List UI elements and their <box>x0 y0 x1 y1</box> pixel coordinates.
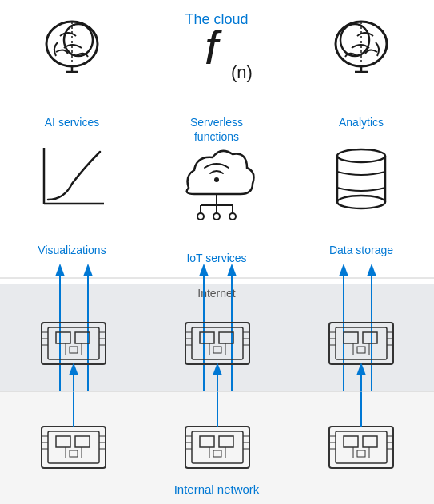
internal-network-label: Internal network <box>174 482 260 496</box>
iot-services-label: IoT services <box>186 252 246 264</box>
data-storage-label: Data storage <box>329 244 393 256</box>
svg-point-17 <box>214 177 219 182</box>
visualizations-label: Visualizations <box>38 244 106 256</box>
serverless-label-2: functions <box>194 130 239 143</box>
analytics-label: Analytics <box>339 116 384 129</box>
svg-text:(n): (n) <box>231 62 253 82</box>
ai-services-label: AI services <box>45 116 99 129</box>
serverless-label-1: Serverless <box>190 116 243 129</box>
